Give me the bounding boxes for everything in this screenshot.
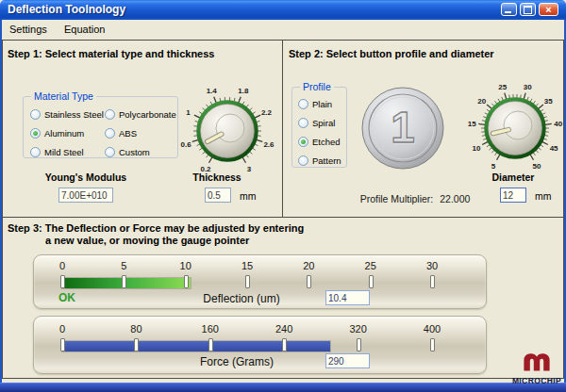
gauge-tick-label: 0 xyxy=(46,323,78,335)
force-gauge-bar[interactable] xyxy=(62,341,330,351)
thickness-knob[interactable]: 0.20.611.41.82.22.63 xyxy=(175,78,280,184)
material-type-label: Material Type xyxy=(31,90,96,102)
radio-button-icon[interactable] xyxy=(30,109,41,120)
diameter-knob[interactable]: 5101520253035404550 xyxy=(462,75,566,181)
force-input[interactable] xyxy=(325,353,370,368)
title-bar[interactable]: Deflection Toolnology × xyxy=(0,0,566,20)
radio-option-label: Pattern xyxy=(312,155,341,166)
gauge-tick-mark xyxy=(60,275,65,288)
step3-panel: Step 3: The Deflection or Force may be a… xyxy=(2,217,564,379)
gauge-tick-label: 25 xyxy=(355,260,387,271)
radio-option-etched[interactable]: Etched xyxy=(298,134,341,150)
svg-text:1.4: 1.4 xyxy=(207,87,218,95)
gauge-tick-label: 240 xyxy=(268,323,300,335)
radio-option-custom[interactable]: Custom xyxy=(105,144,176,159)
youngs-modulus-input[interactable] xyxy=(58,188,113,203)
minimize-button[interactable] xyxy=(501,3,517,16)
close-button[interactable]: × xyxy=(539,3,558,16)
radio-option-plain[interactable]: Plain xyxy=(298,96,341,112)
gauge-tick-label: 320 xyxy=(342,323,375,335)
diameter-label: Diameter xyxy=(466,172,560,183)
radio-option-stainless-steel[interactable]: Stainless Steel xyxy=(30,106,105,122)
deflection-caption: Deflection (um) xyxy=(161,292,322,305)
microchip-logo: MICROCHIP xyxy=(509,351,564,385)
svg-text:45: 45 xyxy=(550,144,558,153)
radio-option-label: Polycarbonate xyxy=(119,109,176,120)
button-preview-coin: 11 xyxy=(358,83,448,173)
radio-button-icon[interactable] xyxy=(30,147,41,157)
gauge-tick-label: 20 xyxy=(292,260,325,271)
radio-button-icon[interactable] xyxy=(298,137,308,147)
gauge-tick-mark xyxy=(357,338,361,351)
gauge-tick-label: 30 xyxy=(416,260,448,271)
gauge-tick-label: 15 xyxy=(231,260,263,271)
svg-text:1: 1 xyxy=(391,103,415,152)
window-title: Deflection Toolnology xyxy=(8,0,125,20)
material-type-groupbox: Material Type Stainless SteelPolycarbona… xyxy=(23,96,178,158)
svg-text:20: 20 xyxy=(477,97,486,106)
radio-button-icon[interactable] xyxy=(105,147,115,157)
gauge-tick-label: 160 xyxy=(194,323,226,335)
svg-text:40: 40 xyxy=(554,120,562,128)
gauge-tick-mark xyxy=(430,338,435,351)
radio-option-label: Etched xyxy=(312,137,341,147)
gauge-tick-mark xyxy=(208,338,213,351)
svg-text:5: 5 xyxy=(491,162,496,171)
deflection-input[interactable] xyxy=(325,290,370,305)
radio-option-aluminum[interactable]: Aluminum xyxy=(30,125,105,140)
svg-text:15: 15 xyxy=(468,120,476,128)
radio-option-label: Plain xyxy=(312,99,332,109)
material-type-options: Stainless SteelPolycarbonateAluminumABSM… xyxy=(30,106,176,159)
menu-bar: Settings Equation xyxy=(0,20,566,40)
svg-text:2.2: 2.2 xyxy=(261,108,273,117)
application-window: Deflection Toolnology × Settings Equatio… xyxy=(0,0,566,392)
radio-button-icon[interactable] xyxy=(298,155,308,166)
radio-option-pattern[interactable]: Pattern xyxy=(298,153,341,169)
radio-button-icon[interactable] xyxy=(298,118,308,128)
radio-button-icon[interactable] xyxy=(105,109,115,120)
gauge-tick-label: 10 xyxy=(170,260,202,271)
gauge-tick-mark xyxy=(122,275,126,288)
gauge-tick-mark xyxy=(184,275,189,288)
gauge-tick-label: 5 xyxy=(108,260,140,271)
menu-item-settings[interactable]: Settings xyxy=(6,20,51,40)
svg-text:50: 50 xyxy=(533,162,541,171)
step3-heading-line2: a new value, or moving the gauge pointer xyxy=(45,235,249,246)
radio-option-label: Spiral xyxy=(312,118,335,128)
diameter-input[interactable] xyxy=(500,188,526,203)
deflection-gauge[interactable]: OK Deflection (um) 051015202530 xyxy=(33,254,487,309)
profile-options: PlainSpiralEtchedPattern xyxy=(298,96,341,169)
gauge-tick-mark xyxy=(369,275,374,288)
radio-option-label: Stainless Steel xyxy=(44,109,104,120)
radio-button-icon[interactable] xyxy=(30,128,41,139)
radio-option-mild-steel[interactable]: Mild Steel xyxy=(30,144,105,159)
menu-item-equation[interactable]: Equation xyxy=(60,20,108,40)
gauge-tick-mark xyxy=(245,275,250,288)
gauge-tick-label: 80 xyxy=(120,323,152,335)
svg-text:1: 1 xyxy=(186,108,191,117)
step2-panel: Step 2: Select button profile and diamet… xyxy=(282,40,564,218)
radio-option-abs[interactable]: ABS xyxy=(105,125,176,140)
radio-button-icon[interactable] xyxy=(298,99,308,109)
thickness-input[interactable] xyxy=(205,188,231,203)
deflection-status-badge: OK xyxy=(58,291,75,304)
gauge-tick-mark xyxy=(60,338,65,351)
maximize-button[interactable] xyxy=(520,3,536,16)
youngs-modulus-label: Young's Modulus xyxy=(20,172,152,183)
microchip-icon xyxy=(521,351,553,373)
profile-multiplier-row: Profile Multiplier:22.000 xyxy=(340,193,491,204)
gauge-tick-label: 400 xyxy=(416,323,448,335)
gauge-tick-mark xyxy=(282,338,287,351)
svg-text:25: 25 xyxy=(498,83,507,91)
gauge-tick-mark xyxy=(430,275,435,288)
radio-button-icon[interactable] xyxy=(105,128,115,139)
thickness-label: Thickness xyxy=(170,172,264,183)
diameter-unit: mm xyxy=(535,190,552,202)
svg-text:35: 35 xyxy=(544,97,553,106)
radio-option-polycarbonate[interactable]: Polycarbonate xyxy=(105,106,176,122)
force-gauge[interactable]: Force (Grams) 080160240320400 xyxy=(33,316,487,374)
radio-option-spiral[interactable]: Spiral xyxy=(298,115,341,131)
radio-option-label: Custom xyxy=(119,147,150,157)
radio-option-label: Aluminum xyxy=(44,128,84,139)
step1-heading: Step 1: Select material type and thickne… xyxy=(8,48,214,59)
